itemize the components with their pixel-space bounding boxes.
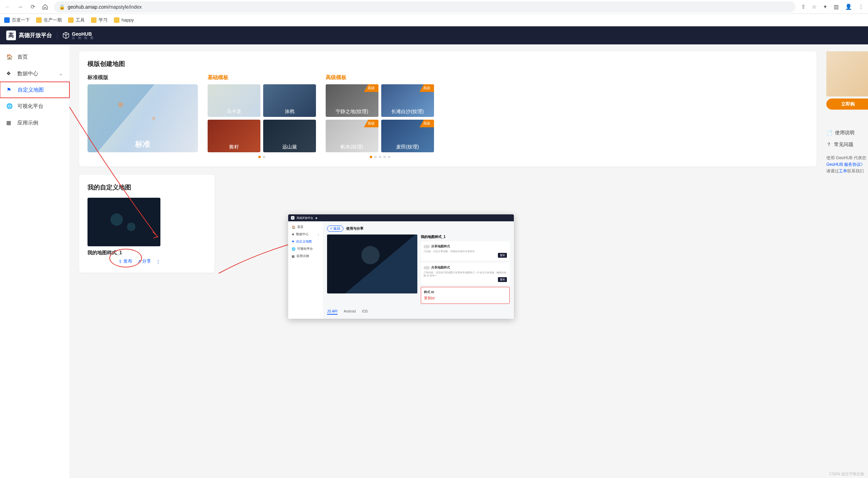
template-card-changtanbaisha[interactable]: 高级长滩白沙(纹理) [381,84,434,117]
amap-logo-icon: 高 [291,216,294,220]
premium-badge: 高级 [419,84,434,92]
share-style-block: 分享地图样式 只此模，自定分享地图，保障的外循环分享发布 复制 [421,241,510,261]
browser-actions: ⇪ ☆ ✦ ▥ 👤 ⋮ [801,3,864,10]
geohub-logo[interactable]: GeoHUB 定 制 地 图 [62,32,94,40]
sidebar-item-label: 首页 [17,54,28,60]
template-card-makalong[interactable]: 马卡龙 [208,84,260,117]
browser-toolbar: ← → ⟳ 🔒 geohub.amap.com/mapstyle/index ⇪… [0,0,868,14]
help-link-faq[interactable]: ？常见问题 [826,139,868,151]
globe-icon: 🌐 [6,103,13,109]
map-thumbnail [87,198,160,246]
sidebar: 🏠首页 ❖数据中心⌄ ⚑自定义地图 🌐可视化平台 ▦应用示例 [0,44,69,478]
url-text: geohub.amap.com/mapstyle/index [68,4,142,10]
folder-icon [36,17,42,23]
card-label: 帆布(纹理) [341,144,363,150]
sidepanel-icon[interactable]: ▥ [834,3,839,10]
help-link-usage[interactable]: 📄使用说明 [826,127,868,139]
star-icon[interactable]: ☆ [812,3,817,10]
sidebar-item-data[interactable]: ❖数据中心⌄ [0,65,69,82]
folder-icon [91,17,97,23]
copy-button[interactable]: 复制 [498,277,507,282]
share-button[interactable]: ↗分享 [137,258,151,264]
embed-side-custom[interactable]: ⚑ 自定义地图 [288,238,323,245]
forward-button[interactable]: → [17,3,24,10]
toggle[interactable] [424,245,430,248]
template-card-fanbu[interactable]: 高级帆布(纹理) [326,120,378,152]
tab-android[interactable]: Android [344,309,356,315]
baidu-icon [4,17,10,23]
menu-icon[interactable]: ⋮ [858,3,864,10]
brand-logo[interactable]: 高 高德开放平台 [6,31,52,40]
folder-icon [114,17,119,23]
bookmark-baidu[interactable]: 百度一下 [4,17,30,23]
panel-title: 模版创建地图 [87,60,808,68]
extensions-icon[interactable]: ✦ [823,3,827,10]
dot[interactable] [258,156,261,158]
block-desc: 只此模，自定分享地图，保障的外循环分享发布 [424,250,507,253]
sidebar-item-home[interactable]: 🏠首页 [0,49,69,65]
more-button[interactable]: ⋮ [156,258,160,264]
template-card-yuanshandai[interactable]: 远山黛 [263,120,316,152]
bookmark-label: 工具 [76,17,85,23]
dot[interactable] [370,156,372,158]
dot[interactable] [374,156,377,158]
url-bar[interactable]: 🔒 geohub.amap.com/mapstyle/index [54,1,795,12]
template-card-standard[interactable]: 标准 [87,84,198,152]
question-icon: ？ [826,142,831,148]
premium-badge: 高级 [419,120,434,127]
card-label: 长滩白沙(纹理) [391,109,424,115]
pagination-dots [326,156,434,158]
card-label: 标准 [135,139,150,150]
card-label: 马卡龙 [227,109,241,115]
share-icon[interactable]: ⇪ [801,3,806,10]
template-card-ningjing[interactable]: 高级宁静之地(纹理) [326,84,378,117]
bookmark-folder[interactable]: 生产一期 [36,17,62,23]
dot[interactable] [263,156,265,158]
right-sidebar: 立即购 📄使用说明 ？常见问题 使用 GeoHUB 代表您 GeoHUB 服务协… [826,44,868,478]
embed-side-home[interactable]: 🏠 首页 [288,223,323,231]
sidebar-item-custom-map[interactable]: ⚑自定义地图 [0,82,70,98]
agreement-link[interactable]: GeoHUB 服务协议》 [826,162,865,167]
dot[interactable] [379,156,381,158]
dot[interactable] [388,156,390,158]
back-button[interactable]: ← [4,3,11,10]
layers-icon: ❖ [6,70,13,77]
embed-side-data[interactable]: ❖ 数据中心⌄ [288,231,323,238]
template-card-jiangzi[interactable]: 酱籽 [208,120,260,152]
embed-side-example[interactable]: ▦ 应用示例 [288,253,323,260]
template-card-maitian[interactable]: 高级麦田(纹理) [381,120,434,152]
divider [57,32,57,39]
home-button[interactable] [42,3,49,10]
card-label: 酱籽 [229,144,239,150]
dot[interactable] [383,156,386,158]
toggle[interactable] [424,266,430,270]
style-id-block: 样式 ID 复制id [421,287,510,304]
reload-button[interactable]: ⟳ [29,3,36,10]
sidebar-item-examples[interactable]: ▦应用示例 [0,114,69,131]
link-label: 使用说明 [835,130,854,136]
column-title-advanced: 高级模板 [326,74,434,81]
tab-jsapi[interactable]: JS API [327,309,337,315]
buy-button[interactable]: 立即购 [826,99,868,110]
ticket-link[interactable]: 工单 [839,169,847,173]
share-icon: ↗ [137,259,141,264]
sidebar-item-viz[interactable]: 🌐可视化平台 [0,98,69,114]
code-tabs: JS API Android iOS [327,306,510,315]
embed-side-viz[interactable]: 🌐 可视化平台 [288,245,323,253]
tab-ios[interactable]: iOS [362,309,368,315]
bookmark-folder[interactable]: 工具 [68,17,85,23]
embedded-screenshot: 高 高德开放平台 ◈ 🏠 首页 ❖ 数据中心⌄ ⚑ 自定义地图 🌐 可视化平台 … [288,214,514,319]
sidebar-item-label: 数据中心 [17,70,38,77]
template-card-tuya[interactable]: 涂鸦 [263,84,316,117]
profile-icon[interactable]: 👤 [845,3,852,10]
action-label: 分享 [142,258,151,264]
sidebar-item-label: 可视化平台 [17,103,43,110]
my-map-card[interactable]: 我的地图样式_1 ⇧发布 ↗分享 ⋮ [87,198,160,264]
amap-logo-icon: 高 [6,31,16,40]
bookmark-folder[interactable]: happy [114,17,134,23]
agreement-text: 使用 GeoHUB 代表您 GeoHUB 服务协议》 请通过工单联系我们 [826,155,868,175]
back-button[interactable]: < 返回 [327,225,343,232]
embed-brand: 高德开放平台 [297,216,313,220]
copy-button[interactable]: 复制 [498,253,507,258]
bookmark-folder[interactable]: 学习 [91,17,108,23]
